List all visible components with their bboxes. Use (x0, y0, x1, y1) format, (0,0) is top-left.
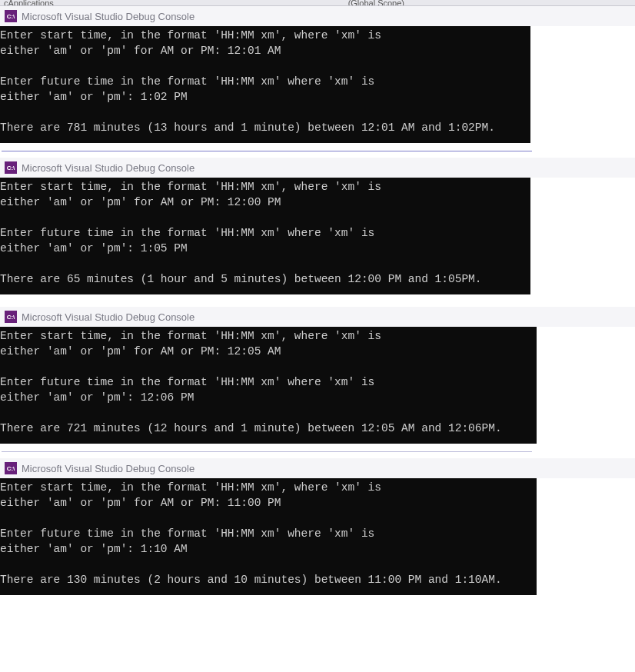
vs-console-icon: C:\ (5, 10, 17, 22)
window-title: Microsoft Visual Studio Debug Console (22, 162, 194, 174)
top-bar-right-text: (Global Scope) (348, 0, 635, 6)
console-output[interactable]: Enter start time, in the format 'HH:MM x… (0, 478, 537, 595)
console-window-3: C:\ Microsoft Visual Studio Debug Consol… (0, 307, 635, 444)
console-output[interactable]: Enter start time, in the format 'HH:MM x… (0, 26, 530, 143)
separator-line (2, 451, 532, 452)
vs-console-icon: C:\ (5, 311, 17, 323)
vs-console-icon: C:\ (5, 161, 17, 174)
console-output[interactable]: Enter start time, in the format 'HH:MM x… (0, 327, 537, 444)
console-window-2: C:\ Microsoft Visual Studio Debug Consol… (0, 158, 635, 294)
separator-line (2, 151, 532, 151)
window-title: Microsoft Visual Studio Debug Console (22, 11, 194, 22)
title-bar[interactable]: C:\ Microsoft Visual Studio Debug Consol… (0, 158, 635, 178)
title-bar[interactable]: C:\ Microsoft Visual Studio Debug Consol… (0, 458, 635, 478)
console-window-4: C:\ Microsoft Visual Studio Debug Consol… (0, 458, 635, 595)
window-title: Microsoft Visual Studio Debug Console (22, 463, 194, 474)
console-output[interactable]: Enter start time, in the format 'HH:MM x… (0, 178, 530, 294)
top-bar-left-text: cApplications (0, 0, 348, 6)
console-window-1: C:\ Microsoft Visual Studio Debug Consol… (0, 6, 635, 143)
window-title: Microsoft Visual Studio Debug Console (22, 311, 194, 323)
ide-top-bar: cApplications (Global Scope) (0, 0, 635, 6)
title-bar[interactable]: C:\ Microsoft Visual Studio Debug Consol… (0, 6, 635, 26)
title-bar[interactable]: C:\ Microsoft Visual Studio Debug Consol… (0, 307, 635, 327)
vs-console-icon: C:\ (5, 462, 17, 474)
